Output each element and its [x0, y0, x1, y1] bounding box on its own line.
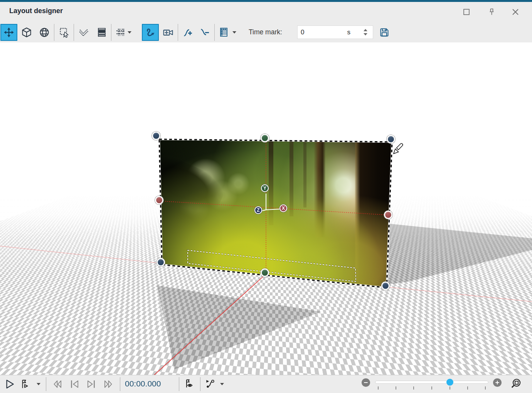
smooth-points-tool-button[interactable]: [76, 24, 93, 41]
close-icon: [511, 7, 520, 17]
keyframe-table-dropdown-caret[interactable]: [232, 31, 236, 34]
show-marker-button[interactable]: [184, 378, 195, 390]
play-from-marker-button[interactable]: [19, 378, 31, 390]
zoom-in-button[interactable]: [493, 378, 502, 387]
pin-icon: [487, 7, 496, 17]
time-mark-spinner[interactable]: [364, 29, 367, 35]
globe-icon: [39, 27, 50, 38]
slider-tick: [467, 386, 468, 390]
skip-end-icon: [86, 378, 97, 390]
zoom-fit-button[interactable]: [510, 377, 523, 390]
remove-keyframe-icon: [200, 27, 210, 38]
camera-view-tool-button[interactable]: [160, 24, 177, 41]
handle-top-left[interactable]: [152, 132, 160, 140]
zoom-slider-track[interactable]: [375, 381, 488, 384]
play-button[interactable]: [4, 378, 15, 390]
slider-tick: [485, 386, 486, 390]
dotted-curve-icon: [79, 27, 89, 38]
skip-to-start-button[interactable]: [69, 378, 80, 390]
grid-tool-button[interactable]: [113, 24, 136, 41]
fast-forward-icon: [103, 378, 114, 390]
maximize-button[interactable]: [460, 6, 473, 18]
layout-designer-window: Layout designer: [0, 0, 532, 393]
forest-moss: [159, 139, 392, 288]
close-button[interactable]: [509, 6, 522, 18]
cube-3d-tool-button[interactable]: [18, 24, 35, 41]
axis-handle-x[interactable]: X: [279, 204, 287, 212]
handle-bottom-center[interactable]: [261, 268, 269, 277]
preview-options-caret[interactable]: [220, 383, 224, 385]
select-icon: [59, 27, 70, 38]
bar-separator: [200, 377, 200, 391]
selected-image[interactable]: [159, 139, 392, 288]
playback-bar: 00:00.000: [0, 375, 532, 393]
axis-y-label: Y: [263, 186, 266, 191]
play-from-marker-icon: [19, 378, 31, 390]
time-mark-input[interactable]: [298, 28, 344, 37]
preview-motion-path-button[interactable]: [205, 378, 216, 390]
fast-forward-button[interactable]: [103, 378, 114, 390]
time-display: 00:00.000: [125, 379, 161, 388]
marker-eye-icon: [184, 378, 195, 390]
plus-icon-v: [497, 381, 498, 385]
spinner-down-icon[interactable]: [364, 33, 367, 35]
axis-z-label: Z: [257, 207, 259, 213]
layers-tool-button[interactable]: [93, 24, 110, 41]
handle-top-center[interactable]: [261, 134, 269, 142]
skip-to-end-button[interactable]: [86, 378, 97, 390]
zoom-fit-icon: [510, 378, 522, 390]
accent-bar: [0, 0, 532, 2]
camera-move-icon: [163, 27, 173, 38]
pin-button[interactable]: [485, 6, 498, 18]
save-button[interactable]: [376, 24, 393, 41]
cube-icon: [21, 27, 32, 38]
window-title: Layout designer: [9, 7, 63, 15]
bar-separator: [179, 377, 179, 391]
handle-middle-left[interactable]: [155, 196, 163, 204]
time-mark-label: Time mark:: [249, 28, 282, 36]
maximize-icon: [462, 7, 471, 17]
axis-handle-z[interactable]: Z: [254, 206, 262, 214]
curve-play-icon: [205, 378, 216, 390]
handle-top-right[interactable]: [387, 135, 395, 143]
axis-handle-y[interactable]: Y: [261, 184, 269, 192]
keyframe-table-icon: [219, 27, 229, 38]
spinner-up-icon[interactable]: [364, 29, 367, 31]
play-options-caret[interactable]: [37, 383, 40, 385]
toolbar-separator: [111, 24, 111, 41]
globe-tool-button[interactable]: [36, 24, 53, 41]
zoom-slider-thumb[interactable]: [446, 379, 453, 386]
move-icon: [3, 27, 14, 38]
add-keyframe-button[interactable]: [180, 24, 197, 41]
rewind-button[interactable]: [52, 378, 63, 390]
save-icon: [379, 27, 390, 38]
remove-keyframe-button[interactable]: [197, 24, 214, 41]
bar-separator: [46, 377, 46, 391]
toolbar-separator: [74, 24, 74, 41]
time-mark-field[interactable]: s: [297, 25, 373, 39]
handle-bottom-right[interactable]: [381, 282, 390, 290]
motion-path-icon: [145, 27, 156, 38]
bar-separator: [120, 377, 120, 391]
slider-tick: [431, 386, 432, 390]
handle-middle-right[interactable]: [384, 211, 392, 219]
axis-x-label: X: [282, 206, 285, 211]
toolbar-separator: [178, 24, 178, 41]
select-tool-button[interactable]: [56, 24, 73, 41]
add-keyframe-icon: [183, 27, 194, 38]
minus-icon: [364, 382, 368, 383]
grid-icon: [115, 27, 126, 38]
slider-tick: [396, 386, 396, 390]
keyframe-table-button[interactable]: [217, 24, 244, 41]
slider-tick: [450, 386, 450, 390]
grid-dropdown-caret[interactable]: [128, 31, 131, 34]
move-tool-button[interactable]: [0, 24, 17, 41]
motion-path-tool-button[interactable]: [142, 24, 159, 41]
layout-canvas[interactable]: Y Z X: [0, 42, 532, 375]
zoom-out-button[interactable]: [362, 378, 370, 387]
toolbar-separator: [214, 24, 215, 41]
skip-start-icon: [69, 378, 80, 390]
handle-bottom-left[interactable]: [157, 258, 165, 266]
play-icon: [4, 378, 15, 390]
slider-tick: [378, 386, 379, 390]
